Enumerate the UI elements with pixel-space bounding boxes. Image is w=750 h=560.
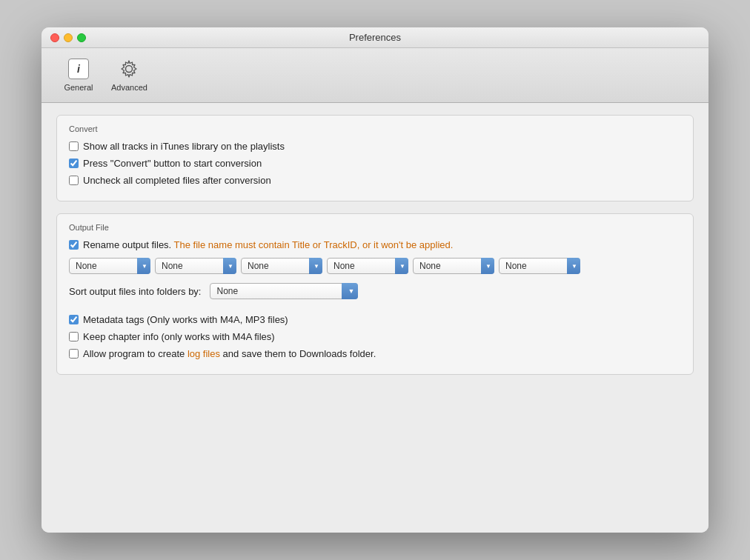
chapter-label: Keep chapter info (only works with M4A f…: [83, 331, 275, 342]
dropdown-2-wrapper: None: [155, 258, 236, 274]
dropdown-5[interactable]: None: [413, 258, 494, 274]
rename-checkbox[interactable]: [69, 240, 79, 250]
dropdown-1[interactable]: None: [69, 258, 150, 274]
general-icon: i: [67, 57, 90, 81]
uncheck-completed-label: Uncheck all completed files after conver…: [83, 175, 271, 186]
press-convert-checkbox[interactable]: [69, 159, 79, 168]
output-section: Output File Rename output files. The fil…: [56, 213, 694, 375]
toolbar: i General Advanced: [42, 48, 708, 103]
toolbar-general[interactable]: i General: [56, 54, 101, 95]
sort-select[interactable]: None: [210, 283, 358, 299]
sort-row: Sort output files into folders by: None: [69, 283, 681, 299]
sort-select-wrapper: None: [210, 283, 358, 299]
rename-note: The file name must contain Title or Trac…: [171, 239, 453, 250]
rename-row: Rename output files. The file name must …: [69, 239, 681, 250]
dropdown-4-wrapper: None: [327, 258, 408, 274]
preferences-window: Preferences i General Advanced Convert: [42, 27, 708, 533]
chapter-checkbox[interactable]: [69, 332, 79, 341]
title-bar: Preferences: [42, 27, 708, 48]
advanced-icon: [117, 57, 141, 81]
dropdown-6-wrapper: None: [499, 258, 580, 274]
log-row: Allow program to create log files and sa…: [69, 348, 681, 359]
toolbar-advanced[interactable]: Advanced: [104, 54, 155, 95]
maximize-button[interactable]: [77, 33, 86, 42]
dropdown-1-wrapper: None: [69, 258, 150, 274]
show-tracks-checkbox[interactable]: [69, 141, 79, 151]
chapter-row: Keep chapter info (only works with M4A f…: [69, 331, 681, 342]
log-label: Allow program to create log files and sa…: [83, 348, 376, 359]
svg-point-0: [126, 66, 133, 73]
press-convert-label: Press "Convert" button to start conversi…: [83, 158, 262, 169]
general-label: General: [64, 83, 93, 92]
dropdowns-row: None None None None: [69, 258, 681, 274]
window-title: Preferences: [349, 32, 401, 43]
convert-section: Convert Show all tracks in iTunes librar…: [56, 115, 694, 201]
dropdown-3-wrapper: None: [241, 258, 322, 274]
metadata-checkbox[interactable]: [69, 315, 79, 324]
convert-checkbox-row-1: Show all tracks in iTunes library on the…: [69, 141, 681, 152]
minimize-button[interactable]: [64, 33, 73, 42]
uncheck-completed-checkbox[interactable]: [69, 176, 79, 185]
metadata-label: Metadata tags (Only works with M4A, MP3 …: [83, 314, 288, 325]
content-area: Convert Show all tracks in iTunes librar…: [42, 103, 708, 533]
convert-checkbox-row-3: Uncheck all completed files after conver…: [69, 175, 681, 186]
dropdown-2[interactable]: None: [155, 258, 236, 274]
convert-checkbox-row-2: Press "Convert" button to start conversi…: [69, 158, 681, 169]
log-checkbox[interactable]: [69, 349, 79, 359]
rename-label: Rename output files. The file name must …: [83, 239, 453, 250]
dropdown-6[interactable]: None: [499, 258, 580, 274]
convert-section-title: Convert: [69, 124, 681, 133]
sort-label: Sort output files into folders by:: [69, 286, 201, 297]
show-tracks-label: Show all tracks in iTunes library on the…: [83, 141, 285, 152]
traffic-lights: [50, 33, 86, 42]
dropdown-5-wrapper: None: [413, 258, 494, 274]
output-section-title: Output File: [69, 223, 681, 232]
advanced-label: Advanced: [111, 83, 147, 92]
dropdown-4[interactable]: None: [327, 258, 408, 274]
dropdown-3[interactable]: None: [241, 258, 322, 274]
close-button[interactable]: [50, 33, 59, 42]
metadata-row: Metadata tags (Only works with M4A, MP3 …: [69, 314, 681, 325]
